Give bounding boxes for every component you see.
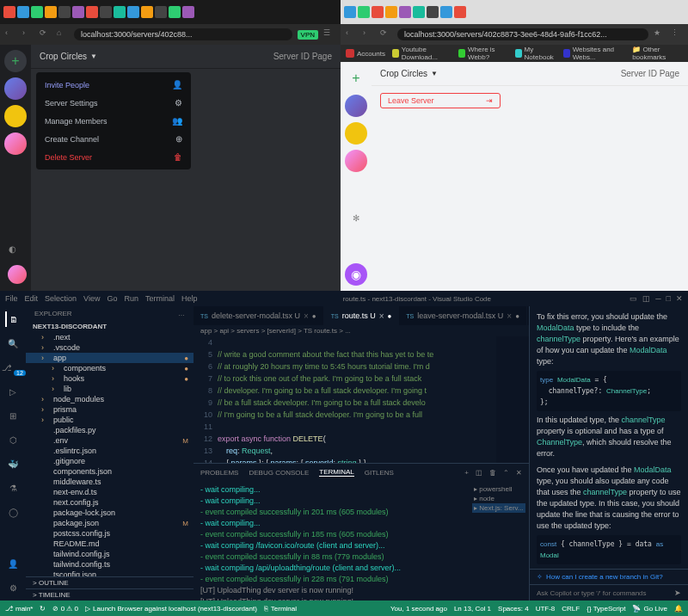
status-branch[interactable]: ⎇ main* [5,605,33,613]
favicon-icon[interactable] [86,6,98,18]
outline-section[interactable]: > OUTLINE [26,576,194,588]
status-launch[interactable]: ▷ Launch Browser against localhost (next… [85,605,257,613]
menu-run[interactable]: Run [124,294,138,303]
other-bookmarks[interactable]: 📁 Other bookmarks [632,46,683,61]
trash-icon[interactable]: 🗑 [489,469,496,477]
test-icon[interactable]: ⚗ [5,480,21,496]
dropdown-item-server-settings[interactable]: Server Settings⚙ [36,94,191,112]
server-avatar[interactable] [345,150,367,172]
favicon-icon[interactable] [169,6,181,18]
maximize-icon[interactable]: □ [666,294,671,303]
layout-icon[interactable]: ▭ [630,294,637,303]
status-encoding[interactable]: UTF-8 [536,605,556,613]
back-icon[interactable]: ‹ [346,28,358,40]
favicon-icon[interactable] [155,6,167,18]
extensions-icon[interactable]: ⊞ [5,408,21,423]
panel-tab-problems[interactable]: PROBLEMS [200,469,238,477]
tree-item[interactable]: tailwind.config.ts [26,559,194,570]
tree-item[interactable]: ›app● [26,353,194,363]
status-lang[interactable]: {} TypeScript [587,605,625,613]
server-avatar[interactable] [345,95,367,117]
server-header[interactable]: Crop Circles ▼ Server ID Page [372,62,688,86]
panel-tab-terminal[interactable]: TERMINAL [319,468,353,477]
favicon-icon[interactable] [440,6,452,18]
menu-help[interactable]: Help [181,294,198,303]
timeline-section[interactable]: > TIMELINE [26,588,194,601]
tree-item[interactable]: .envM [26,435,194,446]
tree-item[interactable]: ›components● [26,363,194,373]
tree-item[interactable]: ›prisma [26,404,194,415]
home-icon[interactable]: ⌂ [57,28,69,40]
forward-icon[interactable]: › [363,28,375,40]
status-terminal[interactable]: ⎘ Terminal [264,605,297,613]
server-avatar[interactable] [345,122,367,145]
search-icon[interactable]: 🔍 [5,336,21,351]
tree-item[interactable]: .packfiles.py [26,425,194,435]
add-server-button[interactable]: + [4,50,27,72]
editor-tab[interactable]: TS leave-server-modal.tsx U × [399,306,527,325]
status-blame[interactable]: You, 1 second ago [390,605,447,613]
status-bell-icon[interactable]: 🔔 [674,605,683,613]
settings-icon[interactable]: ⚙ [5,580,21,595]
minimize-icon[interactable]: ─ [655,294,660,303]
docker-icon[interactable]: 🐳 [5,456,21,471]
copilot-input[interactable] [537,589,674,597]
extension-icon[interactable]: ★ [654,28,666,40]
tree-item[interactable]: package-lock.json [26,508,194,518]
menu-go[interactable]: Go [107,294,117,303]
bookmark-item[interactable]: Youtube Download... [392,46,452,61]
favicon-icon[interactable] [100,6,112,18]
status-position[interactable]: Ln 13, Col 1 [454,605,491,613]
explorer-icon[interactable]: 🗎 [5,311,21,327]
favicon-icon[interactable] [72,6,84,18]
menu-selection[interactable]: Selection [45,294,77,303]
favicon-icon[interactable] [45,6,57,18]
tree-item[interactable]: ›.vscode [26,342,194,353]
reload-icon[interactable]: ⟳ [380,28,392,40]
breadcrumb[interactable]: app > api > servers > [serverId] > TS ro… [194,325,529,336]
favicon-icon[interactable] [372,6,384,18]
send-icon[interactable]: ➤ [674,588,681,597]
favicon-icon[interactable] [114,6,126,18]
status-errors[interactable]: ⊘ 0 ⚠ 0 [52,605,78,613]
favicon-icon[interactable] [344,6,356,18]
status-eol[interactable]: CRLF [562,605,580,613]
tree-item[interactable]: ›.next [26,332,194,342]
dropdown-item-create-channel[interactable]: Create Channel⊕ [36,130,191,148]
bookmark-item[interactable]: My Notebook [515,46,556,61]
tree-item[interactable]: ›hooks● [26,373,194,384]
server-avatar[interactable] [4,105,27,127]
split-icon[interactable]: ◫ [476,469,482,477]
dropdown-item-invite-people[interactable]: Invite People👤 [36,76,191,94]
server-avatar[interactable] [4,132,27,155]
maximize-panel-icon[interactable]: ⌃ [503,469,509,477]
minimap[interactable] [496,336,529,463]
status-sync-icon[interactable]: ↻ [40,605,46,613]
tree-item[interactable]: ›lib [26,384,194,394]
url-input[interactable]: localhost:3000/servers/402c88... [74,28,292,40]
favicon-icon[interactable] [141,6,153,18]
code-area[interactable]: // write a good comment about the fact t… [218,336,496,463]
add-server-button[interactable]: + [345,67,367,89]
panel-tab-debug[interactable]: DEBUG CONSOLE [249,469,309,477]
user-profile-button[interactable]: ◉ [345,263,367,286]
theme-toggle-icon[interactable]: ◐ [9,244,24,260]
favicon-icon[interactable] [427,6,439,18]
server-header[interactable]: Crop Circles ▼ Server ID Page [31,45,341,69]
panel-tab-gitlens[interactable]: GITLENS [365,469,394,477]
server-avatar[interactable] [4,77,27,100]
tree-item[interactable]: middleware.ts [26,477,194,487]
bookmark-item[interactable]: Websites and Webs... [563,46,625,61]
favicon-icon[interactable] [127,6,139,18]
url-input[interactable]: localhost:3000/servers/402c8873-3ee6-48d… [397,28,648,40]
terminal-output[interactable]: - wait compiling... - wait compiling... … [194,481,469,601]
copilot-suggestion-link[interactable]: ✧ How can I create a new branch in Git? [530,569,688,584]
menu-view[interactable]: View [83,294,100,303]
tree-item[interactable]: next.config.js [26,497,194,508]
tree-item[interactable]: postcss.config.js [26,528,194,539]
favicon-icon[interactable] [3,6,15,18]
close-panel-icon[interactable]: ✕ [516,469,522,477]
tree-item[interactable]: ›public [26,415,194,425]
terminal-instance[interactable]: ▸ Next.js: Serv... [472,503,525,513]
editor-tab[interactable]: TS route.ts U × [324,306,400,325]
